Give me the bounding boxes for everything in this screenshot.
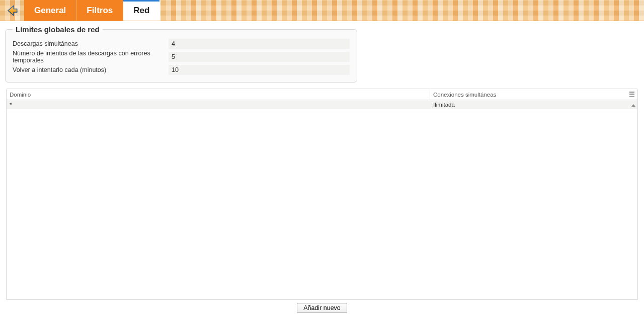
input-simultaneous[interactable] (169, 39, 350, 49)
cell-domain: * (7, 102, 430, 108)
tab-bar: General Filtros Red (0, 0, 644, 21)
tab-filtros[interactable]: Filtros (76, 0, 123, 21)
back-button[interactable] (0, 0, 24, 21)
row-simultaneous: Descargas simultáneas (13, 38, 350, 50)
col-header-connections[interactable]: Conexiones simultáneas (430, 89, 637, 100)
table-header: Dominio Conexiones simultáneas (7, 89, 637, 100)
input-retry-every[interactable] (169, 65, 350, 75)
global-limits-legend: Límites globales de red (13, 25, 103, 34)
cell-connections: Ilimitada (430, 102, 637, 108)
row-retry-every: Volver a intentarlo cada (minutos) (13, 64, 350, 76)
input-retries[interactable] (169, 52, 350, 62)
add-new-button[interactable]: Añadir nuevo (297, 303, 347, 313)
table-row[interactable]: * Ilimitada (7, 100, 637, 109)
label-simultaneous: Descargas simultáneas (13, 40, 169, 47)
row-retries: Número de intentos de las descargas con … (13, 51, 350, 63)
global-limits-panel: Límites globales de red Descargas simult… (0, 21, 644, 85)
label-retries: Número de intentos de las descargas con … (13, 50, 169, 64)
table-body: * Ilimitada (7, 100, 637, 299)
tab-red[interactable]: Red (123, 0, 160, 21)
col-header-domain[interactable]: Dominio (7, 89, 430, 100)
global-limits-fieldset: Límites globales de red Descargas simult… (5, 25, 357, 83)
sort-indicator-icon[interactable] (631, 104, 635, 107)
label-retry-every: Volver a intentarlo cada (minutos) (13, 66, 169, 73)
tab-general[interactable]: General (24, 0, 76, 21)
domains-table: Dominio Conexiones simultáneas * Ilimita… (6, 89, 638, 300)
footer: Añadir nuevo (0, 303, 644, 313)
back-arrow-icon (6, 4, 19, 17)
table-menu-icon[interactable] (628, 91, 635, 98)
